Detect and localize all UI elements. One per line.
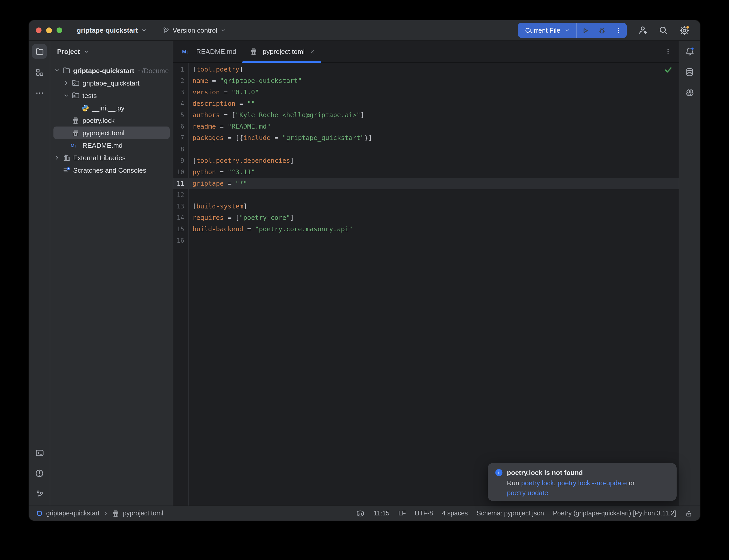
code-editor[interactable]: 1[tool.poetry]2name = "griptape-quicksta… — [173, 63, 679, 506]
line-number: 14 — [173, 212, 189, 223]
code-line-7[interactable]: 7packages = [{include = "griptape_quicks… — [173, 132, 679, 144]
status-item-line-separator[interactable]: LF — [398, 510, 406, 517]
close-icon[interactable] — [310, 49, 315, 54]
tab-options-button[interactable] — [664, 48, 672, 55]
tree-item-External Libraries[interactable]: External Libraries — [50, 151, 173, 164]
code-line-1[interactable]: 1[tool.poetry] — [173, 64, 679, 75]
notification-badge — [691, 47, 694, 50]
more-run-actions-button[interactable] — [610, 23, 627, 38]
chevron-right-icon[interactable] — [52, 155, 61, 161]
notifications-button[interactable] — [682, 44, 697, 59]
code-with-me-button[interactable] — [638, 25, 648, 35]
status-item-time[interactable]: 11:15 — [374, 510, 390, 517]
modules-icon — [35, 68, 44, 76]
tree-item-griptape_quickstart[interactable]: griptape_quickstart — [50, 77, 173, 89]
tree-item-Scratches and Consoles[interactable]: Scratches and Consoles — [50, 164, 173, 176]
desktop: griptape-quickstart Version control — [0, 0, 729, 560]
status-item-json-schema[interactable]: Schema: pyproject.json — [477, 510, 544, 517]
code-text: name = "griptape-quickstart" — [189, 75, 302, 87]
notification-link[interactable]: poetry lock — [521, 479, 554, 487]
debug-button[interactable] — [594, 23, 610, 38]
more-tool-windows-button[interactable] — [32, 86, 47, 100]
breadcrumb-item[interactable]: griptape-quickstart — [46, 510, 100, 517]
code-text: packages = [{include = "griptape_quickst… — [189, 132, 372, 144]
code-line-2[interactable]: 2name = "griptape-quickstart" — [173, 75, 679, 87]
markdown-file-icon: M↓ — [182, 48, 192, 55]
code-text: griptape = "*" — [189, 178, 247, 189]
tree-item-__init__.py[interactable]: __init__.py — [50, 102, 173, 114]
tab-pyproject.toml[interactable]: [T]pyproject.toml — [242, 41, 321, 62]
code-line-11[interactable]: 11griptape = "*" — [173, 178, 679, 189]
minimize-window-button[interactable] — [46, 27, 52, 33]
svg-text:M↓: M↓ — [182, 49, 188, 54]
tab-README.md[interactable]: M↓README.md — [176, 41, 242, 62]
line-number: 4 — [173, 98, 189, 109]
settings-badge — [686, 25, 689, 29]
code-line-3[interactable]: 3version = "0.1.0" — [173, 87, 679, 98]
tree-item-pyproject.toml[interactable]: [T]pyproject.toml — [53, 127, 170, 139]
status-item-python-interpreter[interactable]: Poetry (griptape-quickstart) [Python 3.1… — [553, 510, 676, 517]
code-line-12[interactable]: 12 — [173, 189, 679, 201]
notification-link[interactable]: poetry lock --no-update — [558, 479, 627, 487]
code-line-6[interactable]: 6readme = "README.md" — [173, 121, 679, 132]
scratch-icon — [61, 166, 72, 174]
problems-tool-button[interactable] — [32, 466, 47, 481]
chevron-down-icon[interactable] — [62, 92, 71, 99]
code-line-14[interactable]: 14requires = ["poetry-core"] — [173, 212, 679, 223]
chevron-right-icon — [103, 511, 108, 516]
chevron-right-icon[interactable] — [62, 80, 71, 86]
project-tool-button[interactable] — [32, 44, 47, 59]
run-configuration-select[interactable]: Current File — [518, 26, 577, 34]
tree-item-tests[interactable]: tests — [50, 89, 173, 102]
main-area: Project griptape-quickstart~/Documegript… — [29, 41, 700, 506]
status-item-indent[interactable]: 4 spaces — [442, 510, 468, 517]
tree-item-label: __init__.py — [92, 104, 124, 112]
code-line-5[interactable]: 5authors = ["Kyle Roche <hello@griptape.… — [173, 109, 679, 121]
code-line-10[interactable]: 10python = "^3.11" — [173, 166, 679, 178]
settings-button[interactable] — [679, 25, 690, 36]
code-line-9[interactable]: 9[tool.poetry.dependencies] — [173, 155, 679, 166]
more-horizontal-icon — [35, 88, 44, 97]
ide-window: griptape-quickstart Version control — [29, 20, 700, 521]
notification-line: poetry update — [507, 488, 669, 498]
close-window-button[interactable] — [36, 27, 41, 33]
project-panel-header[interactable]: Project — [50, 41, 173, 62]
copilot-icon[interactable] — [356, 509, 365, 518]
terminal-tool-button[interactable] — [32, 445, 47, 460]
code-text — [189, 235, 192, 246]
ai-assistant-icon — [685, 88, 695, 98]
tree-item-poetry.lock[interactable]: [T]poetry.lock — [50, 114, 173, 127]
git-tool-button[interactable] — [32, 487, 47, 501]
chevron-down-icon[interactable] — [52, 67, 61, 74]
breadcrumb-item[interactable]: pyproject.toml — [123, 510, 163, 517]
left-tool-stripe — [29, 41, 50, 506]
search-icon — [658, 25, 668, 35]
tree-item-label: README.md — [82, 141, 123, 149]
project-widget[interactable]: griptape-quickstart — [77, 26, 147, 34]
tab-label: pyproject.toml — [263, 48, 305, 55]
project-panel: Project griptape-quickstart~/Documegript… — [50, 41, 173, 506]
tree-item-griptape-quickstart[interactable]: griptape-quickstart~/Docume — [50, 64, 173, 77]
breadcrumb: griptape-quickstart[T]pyproject.toml — [36, 509, 163, 517]
info-icon — [495, 469, 503, 477]
toml-file-icon: [T] — [249, 48, 259, 55]
code-line-13[interactable]: 13[build-system] — [173, 201, 679, 212]
window-controls — [36, 27, 62, 33]
database-tool-button[interactable] — [682, 65, 697, 79]
code-text: [build-system] — [189, 201, 247, 212]
code-line-16[interactable]: 16 — [173, 235, 679, 246]
run-button[interactable] — [577, 23, 594, 38]
inspections-status-icon[interactable] — [665, 67, 672, 73]
structure-tool-button[interactable] — [32, 65, 47, 79]
tree-item-README.md[interactable]: M↓README.md — [50, 139, 173, 151]
status-item-encoding[interactable]: UTF-8 — [415, 510, 433, 517]
zoom-window-button[interactable] — [57, 27, 62, 33]
vcs-widget[interactable]: Version control — [162, 26, 226, 34]
code-line-8[interactable]: 8 — [173, 144, 679, 155]
code-line-15[interactable]: 15build-backend = "poetry.core.masonry.a… — [173, 223, 679, 235]
notification-link[interactable]: poetry update — [507, 489, 548, 497]
ai-assistant-button[interactable] — [682, 86, 697, 100]
search-everywhere-button[interactable] — [658, 25, 668, 35]
unlock-icon[interactable] — [685, 509, 693, 517]
code-line-4[interactable]: 4description = "" — [173, 98, 679, 109]
